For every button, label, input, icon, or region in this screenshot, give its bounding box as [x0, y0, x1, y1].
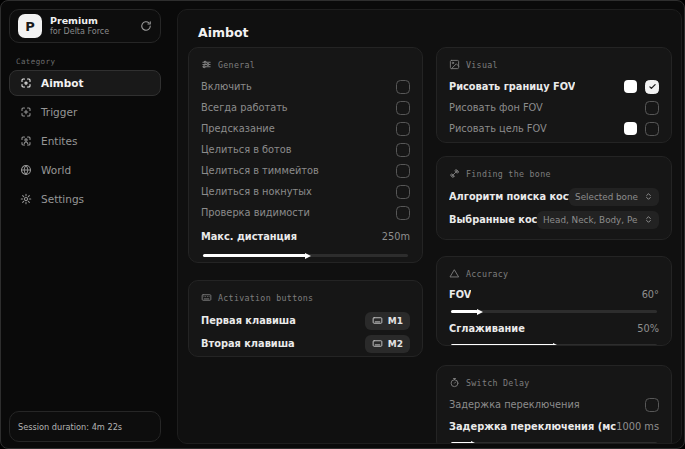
fov-border-color-swatch[interactable]	[624, 80, 637, 93]
unfold-icon	[644, 192, 653, 201]
image-icon	[449, 59, 460, 70]
draw-fov-background-checkbox[interactable]	[645, 101, 659, 115]
bone-icon	[449, 168, 460, 179]
setting-row: Задержка переключения	[449, 394, 659, 415]
switch-delay-section-header: Switch Delay	[449, 377, 659, 388]
smoothing-slider[interactable]	[451, 344, 657, 346]
fov-slider[interactable]	[451, 310, 657, 313]
setting-label: Задержка переключения	[449, 399, 580, 410]
second-key-button[interactable]: M2	[365, 335, 410, 353]
person-scan-icon	[20, 135, 32, 147]
sidebar-item-label: Aimbot	[41, 77, 83, 89]
setting-row: Алгоритм поиска костей Selected bone	[449, 185, 659, 208]
crosshair-scan-icon	[20, 77, 32, 89]
sidebar-item-label: Entites	[41, 135, 77, 147]
slider-fill	[451, 442, 472, 444]
setting-label: Выбранные кости	[449, 214, 537, 225]
setting-row: Предсказание	[201, 118, 410, 139]
stopwatch-icon	[449, 377, 460, 388]
brand-text: Premium for Delta Force	[50, 16, 132, 36]
sidebar: P Premium for Delta Force Category Aimbo…	[1, 1, 173, 448]
key-value: M2	[388, 339, 403, 349]
setting-label: Включить	[201, 81, 252, 92]
general-section-header: General	[201, 59, 410, 70]
key-value: M1	[388, 316, 403, 326]
slider-value: 250m	[382, 231, 410, 242]
setting-row: Всегда работать	[201, 97, 410, 118]
select-value: Head, Neck, Body, Pe..	[543, 215, 638, 225]
setting-row: Рисовать границу FOV	[449, 76, 659, 97]
setting-controls	[624, 80, 659, 94]
unfold-icon	[644, 215, 653, 224]
brand-card: P Premium for Delta Force	[9, 9, 161, 43]
sidebar-item-settings[interactable]: Settings	[9, 186, 161, 212]
selected-bones-select[interactable]: Head, Neck, Body, Pe..	[537, 211, 659, 229]
slider-fill	[451, 344, 554, 346]
section-title: Accuracy	[466, 269, 508, 279]
session-duration-text: Session duration: 4m 22s	[18, 422, 122, 432]
first-key-button[interactable]: M1	[365, 312, 410, 330]
setting-row: Рисовать фон FOV	[449, 97, 659, 118]
setting-label: Задержка переключения (мс)	[449, 421, 616, 432]
setting-label: Алгоритм поиска костей	[449, 191, 569, 202]
setting-row: Проверка видимости	[201, 202, 410, 223]
check-icon	[648, 82, 657, 91]
sidebar-item-entites[interactable]: Entites	[9, 128, 161, 154]
session-duration-card: Session duration: 4m 22s	[9, 411, 161, 442]
main-panel: Aimbot General Включить Всегда работать	[177, 9, 682, 444]
section-title: Activation buttons	[218, 293, 313, 303]
target-bots-checkbox[interactable]	[396, 143, 410, 157]
general-card: General Включить Всегда работать Предска…	[188, 47, 423, 263]
refresh-icon[interactable]	[140, 20, 152, 32]
activation-buttons-card: Activation buttons Первая клавиша M1 Вто…	[188, 280, 423, 357]
crosshair-plus-icon	[20, 106, 32, 118]
slider-value: 60°	[642, 289, 659, 300]
visibility-check-checkbox[interactable]	[396, 206, 410, 220]
slider-label-row: FOV 60°	[449, 285, 659, 303]
target-knocked-checkbox[interactable]	[396, 185, 410, 199]
setting-label: Рисовать цель FOV	[449, 123, 547, 134]
sidebar-item-aimbot[interactable]: Aimbot	[9, 70, 161, 96]
app-logo: P	[18, 14, 42, 38]
keyboard-icon	[372, 315, 383, 326]
fov-target-color-swatch[interactable]	[624, 122, 637, 135]
activation-section-header: Activation buttons	[201, 292, 410, 303]
slider-value: 50%	[637, 323, 659, 334]
slider-label-row: Задержка переключения (мс) 1000 ms	[449, 417, 659, 435]
setting-controls	[645, 101, 659, 115]
setting-row: Первая клавиша M1	[201, 309, 410, 332]
sidebar-item-world[interactable]: World	[9, 157, 161, 183]
setting-label: Сглаживание	[449, 323, 525, 334]
draw-fov-border-checkbox[interactable]	[645, 80, 659, 94]
slider-label-row: Макс. дистанция 250m	[201, 226, 410, 247]
setting-label: Всегда работать	[201, 102, 288, 113]
sidebar-item-label: World	[41, 164, 71, 176]
sidebar-nav: Aimbot Trigger Entites World	[9, 70, 161, 212]
always-work-checkbox[interactable]	[396, 101, 410, 115]
triangle-icon	[449, 268, 460, 279]
slider-label-row: Сглаживание 50%	[449, 319, 659, 337]
section-title: General	[218, 60, 255, 70]
setting-row: Целиться в тиммейтов	[201, 160, 410, 181]
setting-label: Целиться в нокнутых	[201, 186, 312, 197]
setting-row: Включить	[201, 76, 410, 97]
bone-algorithm-select[interactable]: Selected bone	[569, 188, 659, 206]
slider-value: 1000 ms	[616, 421, 659, 432]
switch-delay-ms-slider[interactable]	[451, 442, 657, 444]
enable-checkbox[interactable]	[396, 80, 410, 94]
setting-label: Макс. дистанция	[201, 231, 297, 242]
switch-delay-checkbox[interactable]	[645, 398, 659, 412]
setting-label: Первая клавиша	[201, 315, 296, 326]
setting-row: Целиться в нокнутых	[201, 181, 410, 202]
prediction-checkbox[interactable]	[396, 122, 410, 136]
setting-row: Целиться в ботов	[201, 139, 410, 160]
sidebar-item-trigger[interactable]: Trigger	[9, 99, 161, 125]
accuracy-section-header: Accuracy	[449, 268, 659, 279]
setting-label: Предсказание	[201, 123, 275, 134]
draw-fov-target-checkbox[interactable]	[645, 122, 659, 136]
max-distance-slider[interactable]	[203, 254, 408, 257]
slider-fill	[451, 310, 478, 313]
left-column: General Включить Всегда работать Предска…	[188, 47, 423, 357]
finding-bone-section-header: Finding the bone	[449, 168, 659, 179]
target-teammates-checkbox[interactable]	[396, 164, 410, 178]
